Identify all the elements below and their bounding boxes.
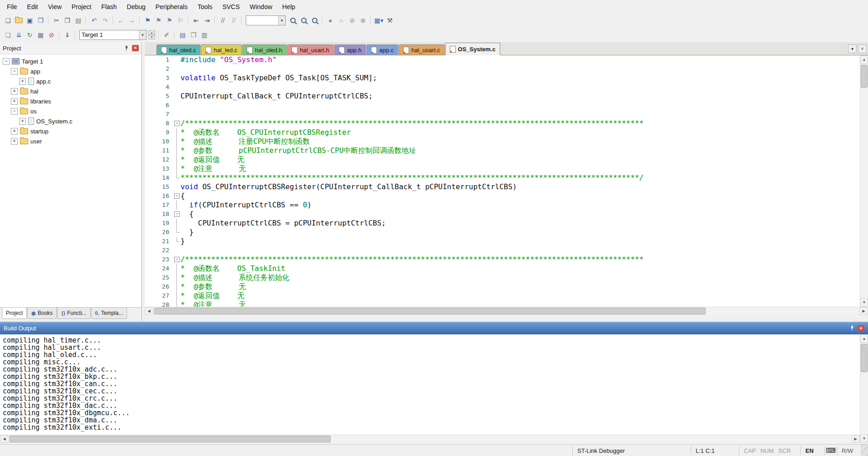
uncomment-icon[interactable]: //	[229, 15, 239, 25]
bookmark-toggle-icon[interactable]: ⚑	[142, 15, 153, 25]
bookmark-prev-icon[interactable]: ⚑	[153, 15, 164, 25]
scroll-up-icon[interactable]: ▲	[860, 55, 868, 64]
comment-icon[interactable]: //	[218, 15, 228, 25]
menu-item-peripherals[interactable]: Peripherals	[151, 0, 193, 14]
disable-all-breakpoints-icon[interactable]: ⊘	[347, 15, 357, 25]
scroll-up-icon[interactable]: ▲	[860, 334, 868, 343]
menu-item-window[interactable]: Window	[245, 0, 278, 14]
scroll-right-icon[interactable]: ▶	[851, 435, 860, 443]
chevron-down-icon[interactable]: ▾	[278, 16, 285, 25]
scroll-track[interactable]	[9, 435, 851, 443]
tab-hal-oled-c[interactable]: hal_oled.c	[156, 44, 200, 55]
books-environment-icon[interactable]: ❒	[188, 30, 199, 40]
save-icon[interactable]: ▣	[24, 15, 35, 25]
open-file-icon[interactable]	[14, 15, 24, 25]
scroll-thumb[interactable]	[10, 436, 331, 442]
save-all-icon[interactable]: ❒	[35, 15, 46, 25]
cut-icon[interactable]: ✂	[51, 15, 62, 25]
new-file-icon[interactable]: ❏	[3, 15, 13, 25]
scroll-left-icon[interactable]: ◀	[0, 435, 9, 443]
unindent-icon[interactable]: ⇤	[191, 15, 201, 25]
bottom-tab-templa[interactable]: 0,Templa...	[91, 308, 127, 319]
tree-item-app-c[interactable]: +app.c	[0, 76, 141, 86]
menu-item-edit[interactable]: Edit	[22, 0, 43, 14]
find-in-files-icon[interactable]	[288, 15, 298, 25]
menu-item-flash[interactable]: Flash	[96, 0, 122, 14]
insert-breakpoint-icon[interactable]: ●	[325, 15, 336, 25]
spin-up-icon[interactable]: ▴	[148, 30, 155, 35]
tree-item-user[interactable]: +user	[0, 136, 141, 146]
editor-vertical-scrollbar[interactable]: ▲ ▼	[860, 55, 868, 307]
incremental-find-icon[interactable]	[309, 15, 320, 25]
expand-toggle-icon[interactable]: +	[11, 88, 18, 95]
tab-app-c[interactable]: app.c	[366, 44, 398, 55]
fold-toggle-icon[interactable]: −	[174, 193, 180, 199]
tab-hal-led-c[interactable]: hal_led.c	[201, 44, 242, 55]
menu-item-debug[interactable]: Debug	[122, 0, 151, 14]
redo-icon[interactable]: ↷	[100, 15, 110, 25]
pin-icon[interactable]	[849, 325, 855, 331]
kill-all-breakpoints-icon[interactable]: ⊗	[358, 15, 368, 25]
tree-item-hal[interactable]: +hal	[0, 86, 141, 96]
build-horizontal-scrollbar[interactable]: ◀ ▶	[0, 435, 860, 443]
expand-toggle-icon[interactable]: −	[3, 58, 10, 65]
scroll-track[interactable]	[860, 343, 868, 434]
keyboard-icon[interactable]: ⌨	[824, 446, 837, 455]
copy-icon[interactable]: ❐	[62, 15, 73, 25]
tab-hal-usart-c[interactable]: hal_usart.c	[399, 44, 445, 55]
scroll-track[interactable]	[153, 307, 859, 315]
chevron-down-icon[interactable]: ▾	[139, 30, 146, 39]
tree-item-app[interactable]: −app	[0, 66, 141, 76]
menu-item-tools[interactable]: Tools	[193, 0, 218, 14]
spin-down-icon[interactable]: ▾	[148, 35, 155, 39]
bookmark-clear-icon[interactable]: ⚐	[175, 15, 185, 25]
download-icon[interactable]: ⇓	[62, 30, 73, 40]
tree-item-libraries[interactable]: +libraries	[0, 96, 141, 106]
debug-windows-dropdown-icon[interactable]: ▦▾	[374, 15, 384, 25]
build-icon[interactable]: ⇊	[14, 30, 24, 40]
tab-hal-oled-h[interactable]: hal_oled.h	[242, 44, 287, 55]
code-editor[interactable]: 1#include "OS_System.h"23volatile OS_Tas…	[145, 55, 860, 307]
build-vertical-scrollbar[interactable]: ▲ ▼	[860, 334, 868, 443]
scroll-right-icon[interactable]: ▶	[859, 307, 868, 315]
fold-toggle-icon[interactable]: −	[174, 257, 180, 262]
bottom-tab-functi[interactable]: {}Functi...	[57, 308, 90, 319]
scroll-track[interactable]	[860, 64, 868, 298]
menu-item-view[interactable]: View	[43, 0, 67, 14]
scroll-thumb[interactable]	[861, 344, 868, 372]
menu-item-file[interactable]: File	[2, 0, 22, 14]
close-icon[interactable]: ×	[132, 45, 139, 51]
target-spin[interactable]: ▴▾	[148, 30, 155, 39]
menu-item-project[interactable]: Project	[67, 0, 97, 14]
close-file-icon[interactable]: ×	[858, 44, 867, 53]
bottom-tab-project[interactable]: Project	[2, 308, 27, 319]
scroll-left-icon[interactable]: ◀	[145, 307, 153, 315]
expand-toggle-icon[interactable]: +	[19, 118, 26, 125]
pin-icon[interactable]	[123, 45, 129, 51]
batch-build-icon[interactable]: ▦	[35, 30, 46, 40]
undo-icon[interactable]: ↶	[89, 15, 99, 25]
scroll-down-icon[interactable]: ▼	[860, 298, 868, 307]
paste-icon[interactable]: ▤	[73, 15, 83, 25]
tree-item-startup[interactable]: +startup	[0, 126, 141, 136]
translate-file-icon[interactable]: ❏	[3, 30, 13, 40]
configure-icon[interactable]: ⚒	[385, 15, 395, 25]
scroll-thumb[interactable]	[861, 65, 868, 88]
scroll-down-icon[interactable]: ▼	[860, 434, 868, 443]
bottom-tab-books[interactable]: ◉Books	[27, 308, 57, 319]
menu-item-svcs[interactable]: SVCS	[217, 0, 244, 14]
bookmark-next-icon[interactable]: ⚑	[164, 15, 175, 25]
fold-toggle-icon[interactable]: −	[174, 121, 180, 126]
find-icon[interactable]	[298, 15, 309, 25]
target-select[interactable]: Target 1▾	[79, 30, 146, 40]
expand-toggle-icon[interactable]: −	[11, 108, 18, 115]
navigate-back-icon[interactable]: ←	[116, 15, 126, 25]
tab-hal-usart-h[interactable]: hal_usart.h	[287, 44, 333, 55]
expand-toggle-icon[interactable]: +	[11, 98, 18, 105]
menu-item-help[interactable]: Help	[277, 0, 300, 14]
resize-grip[interactable]	[861, 445, 868, 456]
scroll-thumb[interactable]	[154, 308, 706, 314]
navigate-forward-icon[interactable]: →	[127, 15, 137, 25]
rebuild-all-icon[interactable]: ↻	[24, 30, 35, 40]
expand-toggle-icon[interactable]: −	[11, 68, 18, 75]
